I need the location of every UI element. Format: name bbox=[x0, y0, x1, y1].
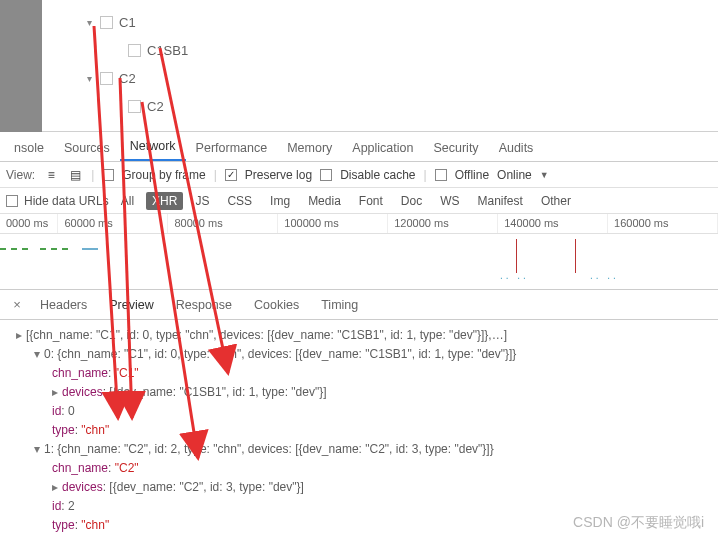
timeline-dots: .. .. bbox=[500, 270, 529, 281]
close-icon[interactable]: × bbox=[6, 297, 28, 312]
network-toolbar: View: ≡ ▤ | Group by frame | Preserve lo… bbox=[0, 162, 718, 188]
tab-audits[interactable]: Audits bbox=[489, 135, 544, 161]
tree-item-c1sb1[interactable]: C1SB1 bbox=[42, 36, 718, 64]
filter-xhr[interactable]: XHR bbox=[146, 192, 183, 210]
filter-img[interactable]: Img bbox=[264, 192, 296, 210]
timeline-bar bbox=[40, 248, 68, 250]
timeline-tick: 120000 ms bbox=[388, 214, 498, 233]
response-panel: × Headers Preview Response Cookies Timin… bbox=[0, 290, 718, 535]
dropdown-icon[interactable]: ▼ bbox=[540, 170, 549, 180]
tree-label: C1SB1 bbox=[147, 43, 188, 58]
view-label: View: bbox=[6, 168, 35, 182]
tab-timing[interactable]: Timing bbox=[311, 292, 368, 318]
preserve-log-label: Preserve log bbox=[245, 168, 312, 182]
tree-label: C2 bbox=[147, 99, 164, 114]
filter-all[interactable]: All bbox=[115, 192, 140, 210]
tree-item-c1[interactable]: ▾ C1 bbox=[42, 8, 718, 36]
timeline-tick: 80000 ms bbox=[168, 214, 278, 233]
timeline-request-bar bbox=[516, 239, 517, 273]
timeline-dots: .. .. bbox=[590, 270, 619, 281]
timeline-body: .. .. .. .. bbox=[0, 234, 718, 289]
filter-css[interactable]: CSS bbox=[221, 192, 258, 210]
json-val: "chn" bbox=[81, 518, 109, 532]
tab-preview[interactable]: Preview bbox=[99, 292, 163, 318]
timeline-tick: 60000 ms bbox=[58, 214, 168, 233]
timeline-tick: 100000 ms bbox=[278, 214, 388, 233]
large-rows-icon[interactable]: ≡ bbox=[43, 168, 59, 182]
tab-sources[interactable]: Sources bbox=[54, 135, 120, 161]
checkbox-c1sb1[interactable] bbox=[128, 44, 141, 57]
filter-ws[interactable]: WS bbox=[434, 192, 465, 210]
timeline-tick: 160000 ms bbox=[608, 214, 718, 233]
tree-content: ▾ C1 C1SB1 ▾ C2 C2 bbox=[42, 0, 718, 120]
filter-doc[interactable]: Doc bbox=[395, 192, 428, 210]
timeline-request-bar bbox=[575, 239, 576, 273]
tab-cookies[interactable]: Cookies bbox=[244, 292, 309, 318]
filter-row: Hide data URLs All XHR JS CSS Img Media … bbox=[0, 188, 718, 214]
tab-security[interactable]: Security bbox=[423, 135, 488, 161]
tree-label: C1 bbox=[119, 15, 136, 30]
json-val: "C1" bbox=[115, 366, 139, 380]
timeline-header: 0000 ms 60000 ms 80000 ms 100000 ms 1200… bbox=[0, 214, 718, 234]
json-item-0: 0: {chn_name: "C1", id: 0, type: "chn", … bbox=[44, 347, 516, 361]
hide-data-urls-label: Hide data URLs bbox=[24, 194, 109, 208]
tab-performance[interactable]: Performance bbox=[186, 135, 278, 161]
group-by-frame-checkbox[interactable] bbox=[102, 169, 114, 181]
json-val: [{dev_name: "C2", id: 3, type: "dev"}] bbox=[109, 480, 303, 494]
json-preview[interactable]: ▸[{chn_name: "C1", id: 0, type: "chn", d… bbox=[0, 320, 718, 535]
timeline-tick: 140000 ms bbox=[498, 214, 608, 233]
chevron-down-icon[interactable]: ▾ bbox=[82, 17, 96, 28]
timeline-bar bbox=[82, 248, 98, 250]
throttling-select[interactable]: Online bbox=[497, 168, 532, 182]
offline-label: Offline bbox=[455, 168, 489, 182]
tree-item-c2-child[interactable]: C2 bbox=[42, 92, 718, 120]
tree-sidebar bbox=[0, 0, 42, 132]
tab-console[interactable]: nsole bbox=[4, 135, 54, 161]
tab-network[interactable]: Network bbox=[120, 133, 186, 161]
filter-other[interactable]: Other bbox=[535, 192, 577, 210]
tab-application[interactable]: Application bbox=[342, 135, 423, 161]
tree-label: C2 bbox=[119, 71, 136, 86]
json-val: [{dev_name: "C1SB1", id: 1, type: "dev"}… bbox=[109, 385, 326, 399]
json-root: [{chn_name: "C1", id: 0, type: "chn", de… bbox=[26, 328, 507, 342]
timeline-tick: 0000 ms bbox=[0, 214, 58, 233]
filter-media[interactable]: Media bbox=[302, 192, 347, 210]
tab-memory[interactable]: Memory bbox=[277, 135, 342, 161]
response-tabs: × Headers Preview Response Cookies Timin… bbox=[0, 290, 718, 320]
group-by-frame-label: Group by frame bbox=[122, 168, 205, 182]
tab-response[interactable]: Response bbox=[166, 292, 242, 318]
json-val: 0 bbox=[68, 404, 75, 418]
tab-headers[interactable]: Headers bbox=[30, 292, 97, 318]
hide-data-urls-checkbox[interactable] bbox=[6, 195, 18, 207]
checkbox-c1[interactable] bbox=[100, 16, 113, 29]
json-item-1: 1: {chn_name: "C2", id: 2, type: "chn", … bbox=[44, 442, 494, 456]
json-val: 2 bbox=[68, 499, 75, 513]
disable-cache-checkbox[interactable] bbox=[320, 169, 332, 181]
timeline[interactable]: 0000 ms 60000 ms 80000 ms 100000 ms 1200… bbox=[0, 214, 718, 290]
devtools-tabs: nsole Sources Network Performance Memory… bbox=[0, 132, 718, 162]
json-val: "C2" bbox=[115, 461, 139, 475]
json-val: "chn" bbox=[81, 423, 109, 437]
tree-panel: ▾ C1 C1SB1 ▾ C2 C2 bbox=[0, 0, 718, 132]
waterfall-icon[interactable]: ▤ bbox=[67, 168, 83, 182]
filter-font[interactable]: Font bbox=[353, 192, 389, 210]
chevron-down-icon[interactable]: ▾ bbox=[82, 73, 96, 84]
timeline-bar bbox=[0, 248, 28, 250]
filter-js[interactable]: JS bbox=[189, 192, 215, 210]
watermark: CSDN @不要睡觉哦i bbox=[573, 514, 704, 532]
disable-cache-label: Disable cache bbox=[340, 168, 415, 182]
preserve-log-checkbox[interactable] bbox=[225, 169, 237, 181]
tree-item-c2[interactable]: ▾ C2 bbox=[42, 64, 718, 92]
checkbox-c2[interactable] bbox=[100, 72, 113, 85]
offline-checkbox[interactable] bbox=[435, 169, 447, 181]
filter-manifest[interactable]: Manifest bbox=[472, 192, 529, 210]
checkbox-c2-child[interactable] bbox=[128, 100, 141, 113]
